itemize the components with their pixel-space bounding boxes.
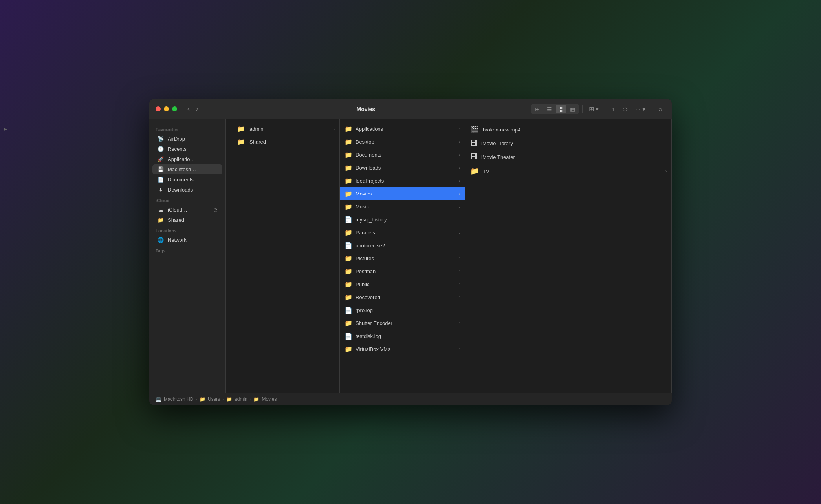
sidebar-item-icloud[interactable]: ☁ iCloud… ◔ (152, 205, 222, 215)
sidebar-label-icloud: iCloud… (168, 207, 187, 213)
col2-label-postman: Postman (356, 268, 456, 274)
window-title: Movies (205, 106, 526, 112)
list-view-button[interactable]: ☰ (544, 105, 555, 113)
forward-button[interactable]: › (194, 104, 201, 114)
col2-item-postman[interactable]: 📁 Postman › (340, 265, 465, 278)
sidebar-item-applications[interactable]: 🚀 Applicatio… (152, 154, 222, 164)
icloud-sync-icon: ◔ (214, 207, 218, 212)
gallery-view-button[interactable]: ▦ (567, 105, 578, 113)
chevron-postman: › (459, 269, 460, 274)
share-button[interactable]: ↑ (608, 104, 618, 114)
pictures-folder-icon: 📁 (345, 255, 352, 262)
minimize-button[interactable] (164, 106, 169, 111)
breadcrumb-label-movies: Movies (262, 396, 277, 402)
col3-item-imovie-theater[interactable]: 🎞 iMovie Theater (465, 150, 671, 164)
col3-label-tv: TV (483, 168, 489, 174)
more-button[interactable]: ··· ▾ (632, 104, 649, 114)
col2-item-music[interactable]: 📁 Music › (340, 200, 465, 213)
parallels-folder-icon: 📁 (345, 229, 352, 236)
maximize-button[interactable] (172, 106, 177, 111)
sidebar-item-downloads[interactable]: ⬇ Downloads (152, 185, 222, 195)
documents-folder-icon: 📁 (345, 151, 352, 159)
finder-window: ‹ › Movies ⊞ ☰ ⣿ ▦ ⊞ ▾ ↑ ◇ ··· ▾ ⌕ Favou… (149, 99, 672, 405)
col2-item-public[interactable]: 📁 Public › (340, 278, 465, 291)
col2-label-mysql-history: mysql_history (356, 217, 460, 223)
icloud-header: iCloud (149, 195, 225, 205)
close-button[interactable] (156, 106, 161, 111)
col2-item-rpro-log[interactable]: 📄 rpro.log (340, 304, 465, 317)
applications-icon: 🚀 (157, 156, 164, 162)
mysql-history-file-icon: 📄 (345, 216, 352, 223)
chevron-pictures: › (459, 256, 460, 261)
locations-header: Locations (149, 225, 225, 235)
favourites-header: Favourites (149, 124, 225, 133)
nav-buttons: ‹ › (185, 104, 201, 114)
col3-item-broken-new-mp4[interactable]: 🎬 broken-new.mp4 (465, 122, 671, 137)
traffic-lights (156, 106, 177, 111)
col2-item-recovered[interactable]: 📁 Recovered › (340, 291, 465, 304)
col3-item-imovie-library[interactable]: 🎞 iMovie Library (465, 137, 671, 150)
toolbar-separator-1 (582, 105, 583, 113)
breadcrumb-icon-macintosh: 💻 (156, 396, 161, 402)
breadcrumb-icon-admin: 📁 (226, 396, 232, 402)
col2-item-pictures[interactable]: 📁 Pictures › (340, 252, 465, 265)
search-button[interactable]: ⌕ (655, 104, 665, 114)
col1-label-shared: Shared (249, 139, 266, 145)
col2-label-rpro-log: rpro.log (356, 307, 460, 313)
chevron-virtualbox-vms: › (459, 347, 460, 351)
icon-view-button[interactable]: ⊞ (532, 105, 543, 113)
shared-icon: 📁 (157, 217, 164, 223)
col2-item-photorec[interactable]: 📄 photorec.se2 (340, 239, 465, 252)
breadcrumb-sep-3: › (250, 397, 251, 402)
airdrop-icon: 📡 (157, 136, 164, 142)
back-button[interactable]: ‹ (185, 104, 192, 114)
sidebar-item-macintosh[interactable]: 💾 Macintosh… (152, 164, 222, 174)
network-icon: 🌐 (157, 237, 164, 243)
breadcrumb-icon-users: 📁 (200, 396, 205, 402)
applications-folder-icon: 📁 (345, 125, 352, 133)
col3-item-tv[interactable]: 📁 TV › (465, 164, 671, 178)
tag-button[interactable]: ◇ (619, 104, 630, 114)
col2-label-documents: Documents (356, 152, 456, 158)
chevron-tv: › (665, 169, 667, 173)
breadcrumb-label-macintosh: Macintosh HD (164, 396, 193, 402)
sidebar-item-airdrop[interactable]: 📡 AirDrop (152, 134, 222, 144)
col2-item-mysql-history[interactable]: 📄 mysql_history (340, 213, 465, 226)
breadcrumb-label-admin: admin (235, 396, 247, 402)
col2-item-movies[interactable]: 📁 Movies › (340, 187, 465, 200)
col2-label-pictures: Pictures (356, 256, 456, 261)
sidebar-label-downloads: Downloads (168, 187, 193, 193)
sidebar-item-shared[interactable]: 📁 Shared (152, 215, 222, 225)
col2-label-movies: Movies (356, 191, 456, 197)
recovered-folder-icon: 📁 (345, 294, 352, 301)
breadcrumb-icon-movies: 📁 (253, 396, 259, 402)
sidebar-item-documents[interactable]: 📄 Documents (152, 175, 222, 184)
chevron-recovered: › (459, 295, 460, 299)
sidebar-label-applications: Applicatio… (168, 156, 195, 162)
breadcrumb: 💻 Macintosh HD › 📁 Users › 📁 admin › 📁 M… (156, 396, 277, 402)
documents-icon: 📄 (157, 177, 164, 183)
col1-item-admin[interactable]: ▶ 📁 admin › (226, 122, 339, 135)
col2-item-parallels[interactable]: 📁 Parallels › (340, 226, 465, 239)
col2-item-testdisk-log[interactable]: 📄 testdisk.log (340, 330, 465, 343)
col2-label-photorec: photorec.se2 (356, 243, 460, 248)
col2-label-testdisk-log: testdisk.log (356, 333, 460, 339)
imovie-theater-icon: 🎞 (470, 153, 477, 161)
col2-item-downloads[interactable]: 📁 Downloads › (340, 161, 465, 174)
photorec-file-icon: 📄 (345, 242, 352, 249)
col2-item-documents[interactable]: 📁 Documents › (340, 148, 465, 161)
sidebar-label-network: Network (168, 237, 187, 243)
sidebar-item-network[interactable]: 🌐 Network (152, 235, 222, 245)
chevron-applications: › (459, 127, 460, 131)
downloads-icon: ⬇ (157, 187, 164, 193)
sidebar-item-recents[interactable]: 🕐 Recents (152, 144, 222, 154)
col2-item-applications[interactable]: 📁 Applications › (340, 122, 465, 135)
column-view-button[interactable]: ⣿ (556, 105, 566, 113)
group-button[interactable]: ⊞ ▾ (586, 104, 602, 114)
col2-item-desktop[interactable]: 📁 Desktop › (340, 135, 465, 148)
col2-item-ideaprojects[interactable]: 📁 IdeaProjects › (340, 174, 465, 187)
col2-item-shutter-encoder[interactable]: 📁 Shutter Encoder › (340, 317, 465, 330)
col1-item-shared[interactable]: 📁 Shared › (226, 135, 339, 148)
col2-item-virtualbox-vms[interactable]: 📁 VirtualBox VMs › (340, 343, 465, 356)
downloads-folder-icon: 📁 (345, 164, 352, 172)
